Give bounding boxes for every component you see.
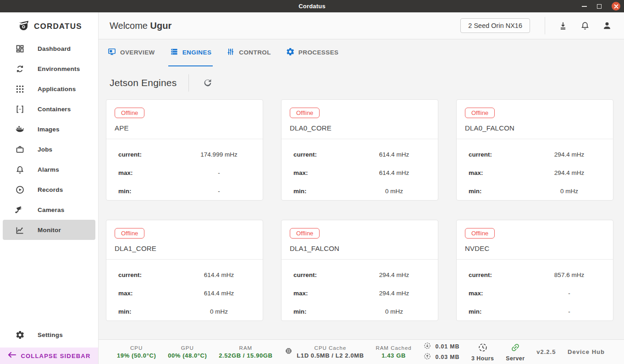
max-label: max:: [106, 290, 175, 297]
device-hub-link[interactable]: Device Hub: [568, 348, 605, 355]
sidebar-item-applications[interactable]: Applications: [3, 79, 95, 99]
min-label: min:: [457, 308, 525, 315]
briefcase-icon: [14, 144, 25, 155]
ram-cached-value: 1.43 GB: [376, 352, 411, 359]
page-title: Jetson Engines: [110, 77, 177, 88]
sidebar-spacer: [0, 240, 98, 325]
engine-cards-grid: Offline APE current:174.999 mHz max:- mi…: [99, 99, 624, 321]
apps-icon: [14, 83, 25, 94]
sidebar-item-alarms[interactable]: Alarms: [3, 159, 95, 179]
cpu-stat: CPU 19% (50.0°C): [117, 345, 156, 359]
status-badge: Offline: [290, 108, 320, 118]
uptime-stat: 3 Hours: [471, 342, 494, 362]
server-label: Server: [506, 355, 525, 362]
current-label: current:: [282, 272, 350, 278]
environments-icon: [14, 63, 25, 74]
window-titlebar: Cordatus: [0, 0, 624, 12]
current-value: 614.4 mHz: [350, 151, 438, 158]
app-version: v2.2.5: [536, 348, 556, 355]
sidebar-item-label: Environments: [38, 65, 80, 72]
min-value: 0 mHz: [175, 308, 263, 315]
refresh-icon[interactable]: [201, 76, 215, 90]
engine-name: DLA1_CORE: [115, 244, 263, 252]
tab-label: OVERVIEW: [120, 49, 155, 56]
download-icon[interactable]: [556, 19, 570, 33]
ram-cached-stat: RAM Cached 1.43 GB: [376, 345, 411, 359]
docker-whale-icon: [14, 124, 25, 135]
collapse-sidebar-button[interactable]: COLLAPSE SIDEBAR: [0, 348, 98, 364]
min-label: min:: [457, 188, 525, 195]
device-selector-button[interactable]: 2 Seed Orin NX16: [460, 18, 530, 33]
header-actions: 2 Seed Orin NX16: [460, 17, 614, 34]
tab-bar: OVERVIEW ENGINES CONTROL PROCESSES: [99, 39, 624, 66]
sidebar-item-environments[interactable]: Environments: [3, 59, 95, 79]
ram-label: RAM: [219, 345, 272, 351]
sidebar-item-dashboard[interactable]: Dashboard: [3, 38, 95, 59]
sidebar-item-jobs[interactable]: Jobs: [3, 139, 95, 159]
username: Ugur: [150, 21, 172, 31]
app-logo-text: CORDATUS: [34, 22, 82, 31]
uptime-value: 3 Hours: [471, 355, 494, 362]
network-traffic-stat: 0.01 MB 0.03 MB: [424, 342, 460, 362]
close-icon[interactable]: [612, 2, 620, 11]
page-header: Welcome Ugur 2 Seed Orin NX16: [99, 12, 624, 39]
min-label: min:: [106, 188, 175, 195]
card-divider: [457, 259, 613, 260]
engines-chip-icon: [170, 47, 179, 58]
account-person-icon[interactable]: [600, 19, 614, 33]
gpu-label: GPU: [168, 345, 207, 351]
minimize-icon[interactable]: [582, 6, 587, 7]
cctv-camera-icon: [14, 204, 25, 215]
tab-control[interactable]: CONTROL: [225, 39, 272, 66]
page-title-row: Jetson Engines: [99, 66, 624, 99]
card-divider: [106, 259, 263, 260]
control-sliders-icon: [226, 47, 235, 58]
tab-processes[interactable]: PROCESSES: [284, 39, 340, 66]
status-badge: Offline: [465, 228, 495, 239]
status-badge: Offline: [115, 228, 144, 239]
notifications-bell-icon[interactable]: [578, 19, 592, 33]
window-title: Cordatus: [298, 3, 326, 10]
sidebar-item-containers[interactable]: Containers: [3, 99, 95, 119]
cpu-value: 19% (50.0°C): [117, 352, 156, 359]
dashboard-icon: [14, 43, 25, 54]
welcome-text: Welcome Ugur: [110, 21, 171, 31]
sidebar-item-settings[interactable]: Settings: [3, 325, 95, 345]
cpu-cache-label: CPU Cache: [297, 345, 364, 351]
engine-name: DLA0_FALCON: [465, 124, 613, 132]
sidebar-item-monitor[interactable]: Monitor: [3, 220, 95, 240]
sidebar-item-records[interactable]: Records: [3, 179, 95, 200]
status-badge: Offline: [115, 108, 144, 118]
sidebar-item-label: Images: [38, 126, 60, 133]
status-badge: Offline: [465, 108, 495, 118]
card-divider: [282, 139, 438, 139]
engine-card-nvdec: Offline NVDEC current:857.6 mHz max:- mi…: [456, 220, 613, 321]
engine-name: APE: [115, 124, 263, 132]
sidebar-item-label: Applications: [38, 86, 76, 92]
card-divider: [457, 139, 613, 139]
containers-icon: [14, 103, 25, 114]
bell-icon: [14, 164, 25, 175]
engine-name: NVDEC: [465, 244, 613, 252]
status-badge: Offline: [290, 228, 320, 239]
min-value: 0 mHz: [525, 188, 613, 195]
sidebar-item-label: Jobs: [38, 146, 52, 153]
max-label: max:: [106, 169, 175, 176]
sidebar-item-label: Cameras: [38, 206, 64, 213]
sidebar-item-label: Monitor: [38, 227, 61, 234]
tab-engines[interactable]: ENGINES: [168, 39, 213, 66]
max-label: max:: [282, 290, 350, 297]
current-label: current:: [106, 151, 175, 158]
ram-value: 2.52GB / 15.90GB: [219, 352, 272, 359]
sidebar-item-images[interactable]: Images: [3, 119, 95, 139]
current-value: 174.999 mHz: [175, 151, 263, 158]
engine-card-dla1-core: Offline DLA1_CORE current:614.4 mHz max:…: [106, 220, 263, 321]
tab-overview[interactable]: OVERVIEW: [106, 39, 156, 66]
line-chart-icon: [14, 224, 25, 235]
download-rate: 0.01 MB: [436, 343, 460, 350]
server-connection-stat: Server: [506, 342, 525, 362]
sidebar-item-cameras[interactable]: Cameras: [3, 200, 95, 220]
maximize-icon[interactable]: [597, 4, 602, 9]
sidebar-item-label: Containers: [38, 106, 71, 113]
upload-rate: 0.03 MB: [436, 354, 460, 360]
